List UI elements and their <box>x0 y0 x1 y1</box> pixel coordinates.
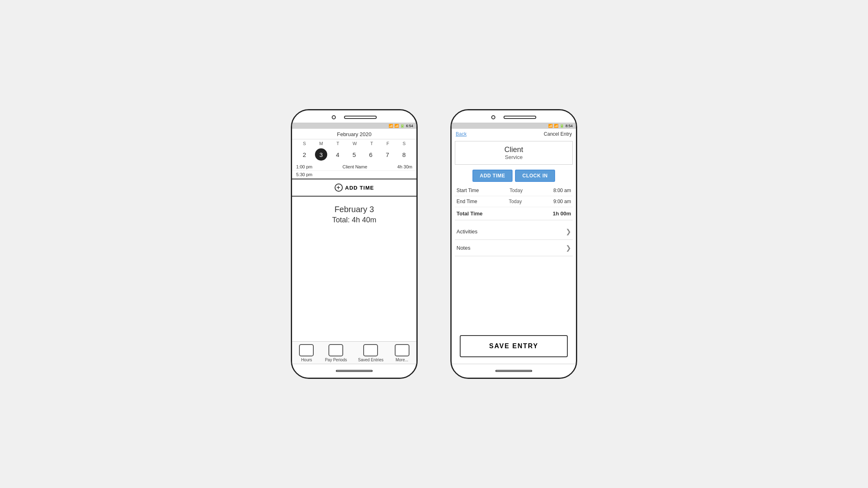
phone-2-camera <box>491 115 495 119</box>
total-time-value: 1h 00m <box>553 210 571 217</box>
add-time-label: ADD TIME <box>345 185 374 191</box>
signal-icon: 📶 <box>394 124 399 128</box>
date-2[interactable]: 2 <box>298 148 310 161</box>
wifi-icon: 📶 <box>389 124 393 128</box>
client-name: Client <box>459 146 568 154</box>
nav-hours-label: Hours <box>301 358 312 362</box>
phone-1-home-bar <box>336 370 373 372</box>
calendar-month-label: February 2020 <box>337 131 372 137</box>
screen2-topbar: Back Cancel Entry <box>452 129 576 139</box>
phone-1-speaker <box>344 116 377 119</box>
entry-client-1: Client Name <box>342 164 367 169</box>
calendar-weekdays: S M T W T F S <box>292 139 416 148</box>
date-8[interactable]: 8 <box>398 148 410 161</box>
end-time-day: Today <box>509 199 522 204</box>
summary-total: Total: 4h 40m <box>332 216 376 224</box>
list-rows: Activities ❯ Notes ❯ <box>455 224 573 256</box>
entry-start-time-1: 1:00 pm <box>296 164 313 169</box>
phone-1-status-icons: 📶 📶 🔋 6:54 <box>389 124 413 128</box>
end-time-row[interactable]: End Time Today 9:00 am <box>455 196 573 207</box>
date-6[interactable]: 6 <box>365 148 377 161</box>
phone-1: 📶 📶 🔋 6:54 February 2020 S M T W T F S <box>291 109 418 379</box>
activities-row[interactable]: Activities ❯ <box>455 224 573 240</box>
time-entry-row-2[interactable]: 5:30 pm <box>292 171 416 179</box>
end-time-label: End Time <box>456 199 477 204</box>
cancel-entry-button[interactable]: Cancel Entry <box>544 131 572 137</box>
summary-date: February 3 <box>335 205 374 214</box>
spacer <box>452 256 576 331</box>
calendar-month-header: February 2020 <box>292 129 416 139</box>
notes-label: Notes <box>456 245 470 251</box>
action-buttons: ADD TIME CLOCK IN <box>452 166 576 185</box>
signal-icon-2: 📶 <box>554 124 558 128</box>
start-time-value: 8:00 am <box>553 188 571 193</box>
saved-entries-icon <box>363 344 378 356</box>
date-3-selected[interactable]: 3 <box>315 148 327 161</box>
end-time-value: 9:00 am <box>553 199 571 204</box>
time-display-2: 8:54 <box>565 124 573 128</box>
notes-row[interactable]: Notes ❯ <box>455 240 573 256</box>
phone-2: 📶 📶 🔋 8:54 Back Cancel Entry Client Serv… <box>450 109 577 379</box>
nav-more[interactable]: More... <box>395 344 409 362</box>
nav-more-label: More... <box>396 358 408 362</box>
nav-hours[interactable]: Hours <box>299 344 314 362</box>
phone-1-camera <box>332 115 336 119</box>
weekday-w: W <box>353 141 357 146</box>
service-name: Service <box>459 154 568 160</box>
clock-in-button[interactable]: CLOCK IN <box>515 170 555 182</box>
phone-2-status-bar: 📶 📶 🔋 8:54 <box>452 123 576 129</box>
calendar-dates-row: 2 3 4 5 6 7 8 <box>292 148 416 163</box>
phone-2-home-bar <box>495 370 532 372</box>
entry-duration-1: 4h 30m <box>397 164 412 169</box>
date-5[interactable]: 5 <box>348 148 360 161</box>
add-time-circle-icon: + <box>335 184 343 192</box>
weekday-s1: S <box>303 141 306 146</box>
nav-saved-entries-label: Saved Entries <box>358 358 383 362</box>
start-time-label: Start Time <box>456 188 479 193</box>
date-summary: February 3 Total: 4h 40m <box>292 197 416 341</box>
phone-2-speaker <box>504 116 536 119</box>
activities-chevron-icon: ❯ <box>566 228 571 235</box>
add-time-action-button[interactable]: ADD TIME <box>472 170 513 182</box>
date-4[interactable]: 4 <box>331 148 344 161</box>
phone-2-top-bar <box>452 110 576 123</box>
weekday-s2: S <box>403 141 405 146</box>
date-7[interactable]: 7 <box>381 148 394 161</box>
phone-2-bottom-bar <box>452 364 576 378</box>
start-time-day: Today <box>510 188 523 193</box>
scene: 📶 📶 🔋 6:54 February 2020 S M T W T F S <box>274 93 594 395</box>
phone-1-top-bar <box>292 110 416 123</box>
bottom-nav: Hours Pay Periods Saved Entries More... <box>292 341 416 364</box>
time-entry-row-1[interactable]: 1:00 pm Client Name 4h 30m <box>292 163 416 171</box>
hours-icon <box>299 344 314 356</box>
time-display: 6:54 <box>406 124 413 128</box>
activities-label: Activities <box>456 228 477 235</box>
save-entry-button[interactable]: SAVE ENTRY <box>460 335 568 357</box>
pay-periods-icon <box>328 344 343 356</box>
notes-chevron-icon: ❯ <box>566 244 571 252</box>
weekday-t2: T <box>370 141 373 146</box>
weekday-t1: T <box>336 141 339 146</box>
client-block: Client Service <box>455 141 573 165</box>
phone-1-screen: 📶 📶 🔋 6:54 February 2020 S M T W T F S <box>292 123 416 364</box>
start-time-row[interactable]: Start Time Today 8:00 am <box>455 185 573 196</box>
battery-icon: 🔋 <box>400 124 405 128</box>
phone-1-status-bar: 📶 📶 🔋 6:54 <box>292 123 416 129</box>
more-icon <box>395 344 409 356</box>
phone-1-bottom-bar <box>292 364 416 378</box>
nav-pay-periods[interactable]: Pay Periods <box>325 344 347 362</box>
entry-start-time-2: 5:30 pm <box>296 172 313 177</box>
weekday-f: F <box>387 141 389 146</box>
phone-2-screen: 📶 📶 🔋 8:54 Back Cancel Entry Client Serv… <box>452 123 576 364</box>
total-time-row: Total Time 1h 00m <box>455 207 573 220</box>
phone-2-status-icons: 📶 📶 🔋 8:54 <box>548 124 573 128</box>
wifi-icon-2: 📶 <box>548 124 553 128</box>
nav-pay-periods-label: Pay Periods <box>325 358 347 362</box>
back-button[interactable]: Back <box>456 131 467 137</box>
total-time-label: Total Time <box>456 210 483 217</box>
time-fields: Start Time Today 8:00 am End Time Today … <box>455 185 573 207</box>
add-time-button[interactable]: + ADD TIME <box>292 179 416 197</box>
weekday-m: M <box>319 141 323 146</box>
battery-icon-2: 🔋 <box>560 124 564 128</box>
nav-saved-entries[interactable]: Saved Entries <box>358 344 383 362</box>
